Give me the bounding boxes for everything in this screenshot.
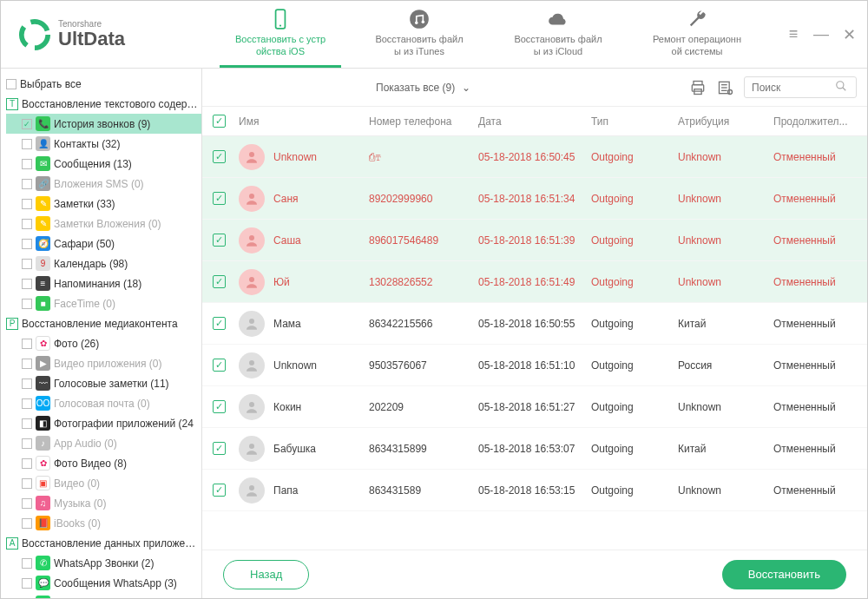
table-row[interactable]: ✓ Мама 86342215566 05-18-2018 16:50:55 O… — [202, 303, 867, 345]
sidebar-item[interactable]: 👤 Контакты (32) — [6, 134, 201, 154]
sidebar-item[interactable]: 💬 Сообщения WhatsApp (3) — [6, 573, 201, 593]
sidebar-item[interactable]: ◧ Фотографии приложений (24 — [6, 413, 201, 433]
sidebar-item[interactable]: ♫ Музыка (0) — [6, 493, 201, 513]
row-checkbox[interactable]: ✓ — [213, 400, 226, 413]
sidebar-item-checkbox[interactable] — [22, 558, 32, 569]
minimize-icon[interactable]: — — [813, 25, 829, 43]
col-attr[interactable]: Атрибуция — [678, 115, 773, 128]
sidebar-item-checkbox[interactable] — [22, 339, 32, 349]
sidebar-item-checkbox[interactable] — [22, 279, 32, 289]
sidebar-item-label: Фото (26) — [54, 338, 99, 350]
sidebar-item[interactable]: ≡ Напоминания (18) — [6, 273, 201, 293]
sidebar-item[interactable]: 📕 iBooks (0) — [6, 513, 201, 533]
back-button[interactable]: Назад — [223, 560, 309, 589]
row-checkbox[interactable]: ✓ — [213, 442, 226, 455]
sidebar-item[interactable]: ✎ Заметки Вложения (0) — [6, 214, 201, 234]
sidebar-item-checkbox[interactable] — [22, 578, 32, 589]
sidebar-group[interactable]: A Восстановление данных приложений — [6, 533, 201, 553]
menu-icon[interactable]: ≡ — [786, 25, 801, 43]
row-checkbox[interactable]: ✓ — [213, 359, 226, 372]
sidebar-group[interactable]: P Восстановление медиаконтента — [6, 313, 201, 333]
search-box[interactable] — [744, 76, 857, 98]
table-row[interactable]: ✓ Кокин 202209 05-18-2018 16:51:27 Outgo… — [202, 386, 867, 428]
sidebar-item-checkbox[interactable] — [22, 259, 32, 269]
select-all-checkbox[interactable] — [6, 79, 16, 89]
sidebar-item-checkbox[interactable] — [22, 239, 32, 249]
sidebar-item-checkbox[interactable] — [22, 219, 32, 229]
col-type[interactable]: Тип — [591, 115, 678, 128]
sidebar-item-checkbox[interactable] — [22, 378, 32, 389]
sidebar-item[interactable]: ✓ 📞 История звонков (9) — [6, 114, 201, 134]
sidebar-item[interactable]: ✿ Фото Видео (8) — [6, 453, 201, 473]
print-icon[interactable] — [688, 78, 707, 97]
col-date[interactable]: Дата — [478, 115, 591, 128]
table-row[interactable]: ✓ Саша 896017546489 05-18-2018 16:51:39 … — [202, 220, 867, 261]
select-all-rows-checkbox[interactable]: ✓ — [213, 115, 226, 128]
sidebar-item[interactable]: ■ FaceTime (0) — [6, 293, 201, 313]
filter-dropdown[interactable]: Показать все (9) ⌄ — [376, 82, 470, 94]
row-date: 05-18-2018 16:53:15 — [478, 484, 591, 497]
row-checkbox[interactable]: ✓ — [213, 484, 226, 497]
search-input[interactable] — [752, 82, 830, 94]
restore-button[interactable]: Восстановить — [722, 560, 846, 589]
phone-icon — [269, 8, 292, 30]
sidebar-item-checkbox[interactable] — [22, 518, 32, 529]
sidebar-item-checkbox[interactable] — [22, 359, 32, 369]
row-checkbox[interactable]: ✓ — [213, 234, 226, 247]
table-row[interactable]: ✓ Бабушка 8634315899 05-18-2018 16:53:07… — [202, 428, 867, 470]
sidebar-item-checkbox[interactable] — [22, 139, 32, 149]
table-row[interactable]: ✓ Unknown ⎙₸ 05-18-2018 16:50:45 Outgoin… — [202, 136, 867, 178]
sidebar-item-checkbox[interactable] — [22, 458, 32, 469]
row-type: Outgoing — [591, 484, 678, 497]
sidebar-item[interactable]: 🔗 Вложения SMS (0) — [6, 174, 201, 194]
sidebar-item[interactable]: ✿ Фото (26) — [6, 333, 201, 353]
tab-cloud[interactable]: Восстановить файлы из iCloud — [497, 1, 619, 68]
close-icon[interactable]: ✕ — [841, 25, 857, 44]
sidebar-item[interactable]: 🧭 Сафари (50) — [6, 234, 201, 253]
sidebar-item[interactable]: ✆ WhatsApp Звонки (2) — [6, 553, 201, 573]
sidebar-item[interactable]: ✎ Заметки (33) — [6, 194, 201, 214]
sidebar-item-checkbox[interactable] — [22, 498, 32, 509]
sidebar-group-label: Восстановление текстового содержи — [22, 98, 198, 110]
table-row[interactable]: ✓ Юй 13028826552 05-18-2018 16:51:49 Out… — [202, 261, 867, 303]
row-type: Outgoing — [591, 401, 678, 413]
row-type: Outgoing — [591, 318, 678, 330]
tab-wrench[interactable]: Ремонт операционной системы — [636, 1, 758, 68]
col-name[interactable]: Имя — [239, 115, 369, 128]
settings-list-icon[interactable] — [716, 78, 735, 97]
sidebar-item-checkbox[interactable] — [22, 199, 32, 209]
table-row[interactable]: ✓ Папа 863431589 05-18-2018 16:53:15 Out… — [202, 470, 867, 511]
category-icon: ✆ — [36, 556, 50, 570]
sidebar-item[interactable]: ▣ Видео (0) — [6, 473, 201, 493]
sidebar-item-checkbox[interactable]: ✓ — [22, 119, 32, 129]
sidebar-item-checkbox[interactable] — [22, 299, 32, 309]
sidebar-item-checkbox[interactable] — [22, 478, 32, 489]
sidebar-item[interactable]: ✉ Сообщения (13) — [6, 154, 201, 174]
row-checkbox[interactable]: ✓ — [213, 317, 226, 330]
row-checkbox[interactable]: ✓ — [213, 275, 226, 288]
sidebar-item[interactable]: 9 Календарь (98) — [6, 253, 201, 273]
sidebar-item[interactable]: ♪ App Audio (0) — [6, 433, 201, 453]
tab-phone[interactable]: Восстановить с устройства iOS — [220, 1, 341, 68]
table-row[interactable]: ✓ Unknown 9503576067 05-18-2018 16:51:10… — [202, 345, 867, 386]
sidebar-item-checkbox[interactable] — [22, 418, 32, 429]
row-name: Бабушка — [273, 443, 316, 455]
sidebar-item[interactable]: ▶ Видео приложения (0) — [6, 353, 201, 373]
sidebar-item[interactable]: 🔗 WhatsApp вложения (0) — [6, 593, 201, 598]
sidebar-item-checkbox[interactable] — [22, 438, 32, 449]
row-checkbox[interactable]: ✓ — [213, 150, 226, 163]
sidebar-item-checkbox[interactable] — [22, 179, 32, 189]
table-row[interactable]: ✓ Саня 89202999960 05-18-2018 16:51:34 O… — [202, 178, 867, 220]
col-dur[interactable]: Продолжител... — [773, 115, 857, 128]
col-phone[interactable]: Номер телефона — [369, 115, 478, 128]
sidebar-item-checkbox[interactable] — [22, 159, 32, 169]
row-checkbox[interactable]: ✓ — [213, 192, 226, 205]
sidebar-group[interactable]: T Восстановление текстового содержи — [6, 94, 201, 114]
sidebar-item[interactable]: 〰 Голосовые заметки (11) — [6, 373, 201, 393]
sidebar-item-checkbox[interactable] — [22, 598, 32, 599]
sidebar-item-checkbox[interactable] — [22, 398, 32, 409]
tab-itunes[interactable]: Восстановить файлы из iTunes — [358, 1, 480, 68]
select-all-label: Выбрать все — [20, 78, 82, 90]
sidebar-item[interactable]: OO Голосовая почта (0) — [6, 393, 201, 413]
select-all-row[interactable]: Выбрать все — [6, 74, 201, 94]
